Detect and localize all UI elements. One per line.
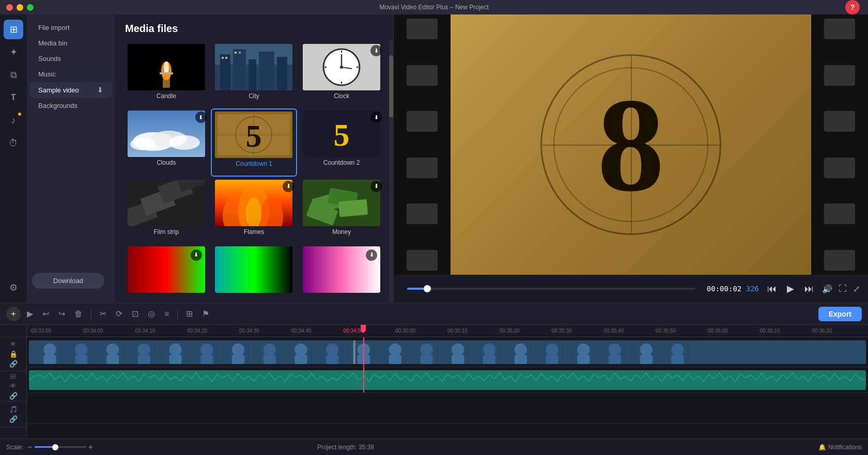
delete-button[interactable]: 🗑 — [71, 307, 86, 321]
link-icon[interactable]: 🔗 — [9, 360, 18, 368]
nav-item-file-import[interactable]: File import — [30, 20, 112, 35]
media-thumb-city — [215, 44, 292, 90]
sidebar-icon-titles[interactable]: T — [4, 88, 23, 107]
overlay-button[interactable]: ⊞ — [183, 307, 196, 321]
toolbar-separator1 — [91, 309, 91, 319]
clouds-download-badge[interactable]: ⬇ — [195, 112, 207, 123]
sidebar-icon-music[interactable]: ♪ — [4, 111, 23, 130]
sidebar-icon-history[interactable]: ⏱ — [4, 133, 23, 153]
crop-button[interactable]: ⊡ — [129, 307, 142, 321]
svg-rect-77 — [353, 340, 355, 364]
media-item-countdown1[interactable]: 5 Countdown 1 — [211, 108, 298, 176]
media-item-partial3[interactable]: ⬇ — [298, 244, 385, 301]
download-button[interactable]: Download — [32, 273, 104, 289]
close-button[interactable] — [6, 4, 13, 11]
next-frame-button[interactable]: ⏭ — [802, 281, 816, 296]
sidebar-icon-transitions[interactable]: ⧉ — [4, 65, 23, 85]
fullscreen-icon[interactable]: ⛶ — [839, 284, 847, 293]
money-download-badge[interactable]: ⬇ — [370, 181, 382, 192]
media-item-partial1[interactable]: ⬇ — [123, 244, 210, 301]
partial3-download-badge[interactable]: ⬇ — [366, 249, 377, 261]
partial1-download-badge[interactable]: ⬇ — [191, 249, 202, 261]
lock-icon[interactable]: 🔒 — [9, 350, 18, 358]
audio-track1-content[interactable]: // Generate waveform bars — [29, 370, 866, 390]
svg-rect-12 — [277, 57, 287, 90]
collapse-button[interactable]: ▶ — [24, 307, 36, 321]
cut-button[interactable]: ✂ — [97, 307, 110, 321]
nav-item-music[interactable]: Music — [30, 67, 112, 82]
media-item-money[interactable]: ⬇ Money — [298, 178, 385, 243]
ruler-spacer — [0, 325, 26, 337]
loop-button[interactable]: ⟳ — [113, 307, 126, 321]
svg-rect-83 — [452, 355, 464, 364]
svg-rect-9 — [233, 49, 246, 90]
nav-item-sounds[interactable]: Sounds — [30, 51, 112, 66]
filmstrip-hole — [824, 158, 855, 178]
media-grid: Candle — [115, 40, 393, 303]
align-button[interactable]: ≡ — [161, 307, 172, 321]
flag-button[interactable]: ⚑ — [199, 307, 212, 321]
svg-rect-72 — [295, 355, 307, 364]
color-button[interactable]: ◎ — [145, 307, 158, 321]
minimize-button[interactable] — [17, 4, 23, 11]
slider-knob[interactable] — [52, 444, 58, 450]
scale-slider[interactable]: − + — [27, 443, 93, 452]
nav-item-media-bin[interactable]: Media bin — [30, 36, 112, 51]
scale-minus-button[interactable]: − — [27, 443, 32, 452]
help-button[interactable]: ? — [845, 0, 860, 14]
scale-plus-button[interactable]: + — [88, 443, 93, 452]
sidebar-icon-media[interactable]: ⊞ — [4, 20, 23, 39]
eye-icon[interactable]: 👁 — [10, 340, 17, 348]
scroll-thumb[interactable] — [389, 55, 393, 117]
countdown-center: 8 — [540, 54, 721, 235]
equalizer-icon[interactable]: ⊟ — [10, 372, 16, 380]
svg-rect-11 — [259, 52, 274, 90]
clock-download-badge[interactable]: ⬇ — [370, 45, 382, 56]
audio-eye-icon[interactable]: 👁 — [10, 382, 17, 390]
sidebar-icon-tools[interactable]: ⚙ — [4, 278, 23, 297]
audio-link-icon[interactable]: 🔗 — [9, 392, 18, 400]
timeline-content: 👁 🔒 🔗 ⊟ 👁 🔗 🎵 🔗 00:33:50 00:34:00 — [0, 325, 868, 438]
svg-point-63 — [169, 343, 181, 356]
slider-track[interactable] — [35, 446, 86, 448]
filmstrip-hole — [407, 19, 438, 39]
music-icon[interactable]: 🎵 — [9, 405, 18, 413]
track-ctrl-video: 👁 🔒 🔗 — [0, 337, 26, 371]
media-item-filmstrip[interactable]: Film strip — [123, 178, 210, 243]
video-track-content[interactable] — [29, 340, 866, 364]
flames-download-badge[interactable]: ⬇ — [283, 181, 294, 192]
media-item-clock[interactable]: ⬇ Clock — [298, 42, 385, 107]
media-item-clouds[interactable]: ⬇ Clouds — [123, 108, 210, 176]
countdown-circle: 8 — [540, 54, 721, 235]
volume-icon[interactable]: 🔊 — [822, 284, 832, 294]
window-title: Movavi Video Editor Plus – New Project — [379, 4, 488, 11]
nav-item-backgrounds[interactable]: Backgrounds — [30, 98, 112, 113]
media-thumb-flames — [215, 180, 292, 226]
scroll-track[interactable] — [389, 40, 393, 303]
media-item-countdown2[interactable]: 5 ⬇ Countdown 2 — [298, 108, 385, 176]
sidebar-icon-effects[interactable]: ✦ — [4, 42, 23, 62]
media-scroll-area[interactable]: Candle — [115, 40, 393, 303]
media-label-clock: Clock — [334, 92, 349, 100]
play-button[interactable]: ▶ — [785, 281, 796, 296]
progress-handle[interactable] — [424, 285, 431, 292]
svg-rect-97 — [671, 355, 684, 364]
notifications-button[interactable]: 🔔 Notifications — [818, 444, 862, 451]
undo-button[interactable]: ↩ — [39, 307, 52, 321]
video-frames-svg — [29, 340, 866, 364]
media-item-partial2[interactable] — [211, 244, 298, 301]
expand-icon[interactable]: ⤢ — [853, 284, 860, 294]
ruler-marks: 00:33:50 00:34:00 00:34:10 00:34:20 00:3… — [31, 328, 864, 334]
media-item-flames[interactable]: ⬇ Flames — [211, 178, 298, 243]
media-item-city[interactable]: City — [211, 42, 298, 107]
ruler-mark: 00:34:20 — [187, 328, 239, 334]
maximize-button[interactable] — [27, 4, 34, 11]
prev-frame-button[interactable]: ⏮ — [765, 281, 779, 296]
redo-button[interactable]: ↪ — [55, 307, 68, 321]
audio2-link-icon[interactable]: 🔗 — [9, 415, 18, 423]
add-track-button[interactable]: + — [6, 307, 21, 321]
export-button[interactable]: Export — [818, 307, 862, 321]
nav-item-sample-video[interactable]: Sample video ⬇ — [30, 82, 112, 98]
media-item-candle[interactable]: Candle — [123, 42, 210, 107]
progress-bar[interactable] — [407, 288, 695, 290]
